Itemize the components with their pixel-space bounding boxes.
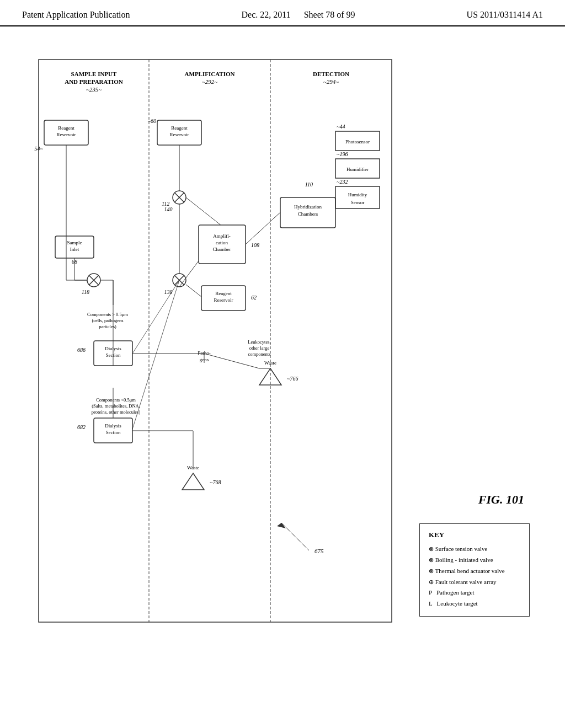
page-content: SAMPLE INPUT AND PREPARATION ~235~ AMPLI… <box>0 26 565 666</box>
svg-text:~44: ~44 <box>337 124 345 130</box>
svg-text:SAMPLE INPUT: SAMPLE INPUT <box>71 71 117 77</box>
svg-rect-83 <box>335 186 380 208</box>
svg-line-72 <box>186 285 201 297</box>
figure-label: FIG. 101 <box>419 493 530 507</box>
header-left: Patent Application Publication <box>22 10 130 20</box>
svg-text:~196: ~196 <box>337 151 348 157</box>
svg-text:~294~: ~294~ <box>323 78 339 85</box>
key-item-1: ⊗ Surface tension valve <box>429 544 520 555</box>
svg-text:138: 138 <box>164 289 173 295</box>
svg-text:Reagent: Reagent <box>171 125 188 131</box>
svg-text:Chambers: Chambers <box>298 211 318 217</box>
svg-rect-0 <box>39 60 392 622</box>
svg-text:particles): particles) <box>99 324 116 329</box>
svg-text:Reservoir: Reservoir <box>170 132 189 137</box>
svg-text:~232: ~232 <box>337 179 348 185</box>
svg-text:components: components <box>248 351 270 357</box>
svg-text:Section: Section <box>106 430 121 435</box>
svg-text:AND PREPARATION: AND PREPARATION <box>65 78 123 85</box>
svg-text:(Salts, metabolites, DNA,: (Salts, metabolites, DNA, <box>92 403 140 409</box>
svg-text:Photosensor: Photosensor <box>345 139 370 144</box>
right-panel: FIG. 101 KEY ⊗ Surface tension valve ⊗ B… <box>419 43 530 650</box>
svg-text:Reagent: Reagent <box>215 291 232 296</box>
key-item-3: ⊗ Thermal bend actuator valve <box>429 566 520 577</box>
key-title: KEY <box>429 531 520 539</box>
svg-text:~60: ~60 <box>148 118 156 124</box>
svg-text:other large: other large <box>249 345 270 351</box>
header-right: US 2011/0311414 A1 <box>467 10 543 20</box>
page-header: Patent Application Publication Dec. 22, … <box>0 0 565 26</box>
main-diagram-svg: SAMPLE INPUT AND PREPARATION ~235~ AMPLI… <box>22 43 408 650</box>
svg-text:AMPLIFICATION: AMPLIFICATION <box>185 71 235 77</box>
svg-text:675: 675 <box>315 548 324 554</box>
svg-text:Components > 0.5μm: Components > 0.5μm <box>87 312 128 317</box>
key-item-4: ⊕ Fault tolerant valve array <box>429 577 520 588</box>
svg-text:110: 110 <box>305 181 313 188</box>
svg-text:Leukocytes,: Leukocytes, <box>248 339 270 345</box>
svg-text:Hybridization: Hybridization <box>294 204 322 210</box>
svg-text:Reagent: Reagent <box>58 125 74 131</box>
svg-text:Chamber: Chamber <box>213 247 231 252</box>
svg-line-87 <box>246 212 280 244</box>
svg-line-71 <box>186 197 221 225</box>
svg-text:Inlet: Inlet <box>70 247 79 252</box>
svg-text:108: 108 <box>251 242 259 248</box>
svg-text:DETECTION: DETECTION <box>313 71 349 77</box>
svg-text:Reservoir: Reservoir <box>214 297 233 303</box>
header-center: Dec. 22, 2011 Sheet 78 of 99 <box>242 10 355 20</box>
svg-line-105 <box>132 280 179 354</box>
key-item-2: ⊗ Boiling - initiated valve <box>429 555 520 566</box>
svg-text:Humidity: Humidity <box>348 192 367 197</box>
svg-marker-96 <box>182 473 204 490</box>
svg-text:~235~: ~235~ <box>86 86 102 93</box>
svg-text:Waste: Waste <box>264 360 276 366</box>
svg-text:~292~: ~292~ <box>202 78 217 85</box>
svg-line-107 <box>281 523 309 550</box>
svg-text:~766: ~766 <box>287 376 298 382</box>
svg-text:Reservoir: Reservoir <box>57 132 76 137</box>
svg-text:proteins, other molecules): proteins, other molecules) <box>92 409 141 415</box>
svg-text:Sensor: Sensor <box>351 200 365 205</box>
svg-text:62: 62 <box>251 295 257 301</box>
svg-line-106 <box>132 280 179 429</box>
svg-text:(cells, pathogens: (cells, pathogens <box>92 318 123 323</box>
key-box: KEY ⊗ Surface tension valve ⊗ Boiling - … <box>419 523 530 617</box>
svg-text:Dialysis: Dialysis <box>105 423 121 429</box>
svg-text:Sample: Sample <box>67 240 82 245</box>
svg-text:cation: cation <box>216 240 228 245</box>
svg-text:682: 682 <box>77 424 86 430</box>
svg-text:686: 686 <box>77 347 86 353</box>
svg-text:54~: 54~ <box>35 146 44 152</box>
key-item-5: P Pathogen target <box>429 587 520 598</box>
svg-text:118: 118 <box>82 289 89 295</box>
key-items: ⊗ Surface tension valve ⊗ Boiling - init… <box>429 544 520 609</box>
svg-text:~768: ~768 <box>210 479 221 485</box>
svg-text:Humidifier: Humidifier <box>347 167 369 172</box>
svg-text:112: 112 <box>162 201 169 207</box>
svg-text:Components <0.5μm: Components <0.5μm <box>96 397 136 403</box>
svg-text:Amplifi-: Amplifi- <box>213 233 231 239</box>
svg-text:140: 140 <box>164 206 173 212</box>
key-item-6: L Leukocyte target <box>429 598 520 609</box>
diagram-container: SAMPLE INPUT AND PREPARATION ~235~ AMPLI… <box>22 43 543 650</box>
